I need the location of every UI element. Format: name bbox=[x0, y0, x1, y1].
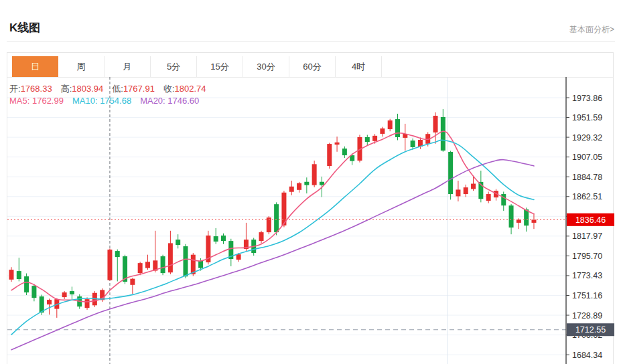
candle-body bbox=[168, 243, 173, 272]
candle[interactable] bbox=[183, 244, 188, 278]
candle[interactable] bbox=[448, 151, 453, 199]
candle[interactable] bbox=[228, 239, 233, 266]
candle[interactable] bbox=[335, 136, 340, 152]
candle-body bbox=[24, 276, 29, 292]
candle-body bbox=[320, 182, 324, 185]
candle[interactable] bbox=[161, 255, 165, 276]
candle-body bbox=[145, 262, 150, 268]
candle[interactable] bbox=[138, 262, 143, 275]
candle-body bbox=[198, 261, 203, 268]
candle-body bbox=[388, 120, 393, 129]
candle[interactable] bbox=[441, 109, 445, 152]
candle[interactable] bbox=[267, 216, 271, 234]
candle-body bbox=[289, 187, 294, 192]
candle[interactable] bbox=[342, 147, 347, 158]
tab-interval-1[interactable]: 日 bbox=[12, 56, 58, 77]
current-price-badge-label: 1836.46 bbox=[575, 215, 606, 225]
candle[interactable] bbox=[365, 135, 370, 146]
title-divider bbox=[7, 41, 615, 42]
candle-body bbox=[471, 184, 476, 189]
candle-body bbox=[524, 209, 529, 225]
candle[interactable] bbox=[259, 231, 264, 244]
fundamental-analysis-link[interactable]: 基本面分析> bbox=[569, 24, 614, 35]
candle-body bbox=[456, 189, 460, 196]
candle[interactable] bbox=[464, 185, 468, 197]
candle[interactable] bbox=[9, 267, 14, 282]
ma20-line bbox=[11, 160, 534, 350]
candle-body bbox=[531, 219, 536, 223]
tab-interval-5[interactable]: 15分 bbox=[197, 56, 243, 77]
y-axis-label: 1684.34 bbox=[572, 351, 602, 360]
candle-body bbox=[372, 136, 377, 141]
y-axis-label: 1795.70 bbox=[572, 252, 602, 261]
candle-body bbox=[138, 263, 143, 273]
candle-body bbox=[395, 119, 400, 137]
candle-body bbox=[448, 152, 453, 194]
candle-body bbox=[31, 286, 36, 298]
candle[interactable] bbox=[100, 288, 105, 302]
y-axis-label: 1973.86 bbox=[572, 94, 602, 103]
candle-body bbox=[221, 236, 226, 241]
candle[interactable] bbox=[31, 284, 36, 301]
candle[interactable] bbox=[168, 231, 173, 274]
candle-body bbox=[176, 240, 180, 245]
y-axis-label: 1773.43 bbox=[572, 271, 602, 280]
candle[interactable] bbox=[153, 231, 157, 272]
candle-body bbox=[327, 144, 332, 166]
tab-interval-7[interactable]: 60分 bbox=[289, 56, 336, 77]
candle-body bbox=[17, 271, 21, 279]
candle-body bbox=[9, 270, 14, 280]
candle-body bbox=[312, 164, 317, 185]
candle[interactable] bbox=[304, 177, 309, 193]
candle[interactable] bbox=[433, 112, 438, 144]
tab-interval-2[interactable]: 周 bbox=[58, 56, 105, 77]
candle[interactable] bbox=[380, 127, 385, 137]
y-axis-label: 1728.89 bbox=[572, 311, 602, 321]
candle[interactable] bbox=[221, 234, 226, 244]
candle-body bbox=[85, 299, 90, 308]
kline-page: { "header": { "title": "K线图", "link_labe… bbox=[0, 0, 619, 364]
candle[interactable] bbox=[388, 119, 393, 132]
candle[interactable] bbox=[17, 258, 21, 281]
candle[interactable] bbox=[289, 181, 294, 195]
candle[interactable] bbox=[70, 286, 74, 299]
candle[interactable] bbox=[24, 274, 29, 296]
tab-interval-3[interactable]: 月 bbox=[105, 56, 151, 77]
candle[interactable] bbox=[486, 191, 491, 203]
candle[interactable] bbox=[107, 248, 112, 280]
candle[interactable] bbox=[501, 191, 506, 211]
candle[interactable] bbox=[62, 291, 67, 299]
y-axis-label: 1951.59 bbox=[572, 113, 602, 122]
candle-body bbox=[47, 300, 52, 304]
candle[interactable] bbox=[85, 297, 90, 310]
candle[interactable] bbox=[312, 161, 317, 187]
candle-body bbox=[509, 205, 514, 227]
y-axis-label: 1884.78 bbox=[572, 173, 602, 182]
y-axis-label: 1751.16 bbox=[572, 291, 602, 300]
candle[interactable] bbox=[54, 298, 59, 318]
candle-body bbox=[62, 292, 67, 297]
y-axis-label: 1817.97 bbox=[572, 232, 602, 241]
candle-body bbox=[335, 143, 340, 145]
tab-interval-6[interactable]: 30分 bbox=[243, 56, 289, 77]
candle[interactable] bbox=[297, 182, 301, 193]
candle-body bbox=[433, 116, 438, 132]
candle[interactable] bbox=[456, 181, 460, 201]
candle-body bbox=[130, 279, 135, 285]
candle[interactable] bbox=[327, 143, 332, 168]
candlestick-chart[interactable]: 1973.861951.591929.321907.051884.781862.… bbox=[7, 77, 615, 364]
candle[interactable] bbox=[130, 278, 135, 294]
tab-interval-8[interactable]: 4时 bbox=[336, 56, 382, 77]
candle-body bbox=[365, 137, 370, 142]
candle[interactable] bbox=[115, 250, 120, 282]
candle-body bbox=[183, 246, 188, 276]
candle-body bbox=[411, 141, 415, 147]
tab-interval-4[interactable]: 5分 bbox=[151, 56, 197, 77]
candle-body bbox=[441, 117, 445, 151]
ma10-line bbox=[11, 140, 534, 335]
candle-body bbox=[486, 194, 491, 201]
candle[interactable] bbox=[145, 255, 150, 270]
y-axis-label: 1929.32 bbox=[572, 133, 602, 143]
candle[interactable] bbox=[509, 204, 514, 234]
candle[interactable] bbox=[403, 124, 407, 151]
